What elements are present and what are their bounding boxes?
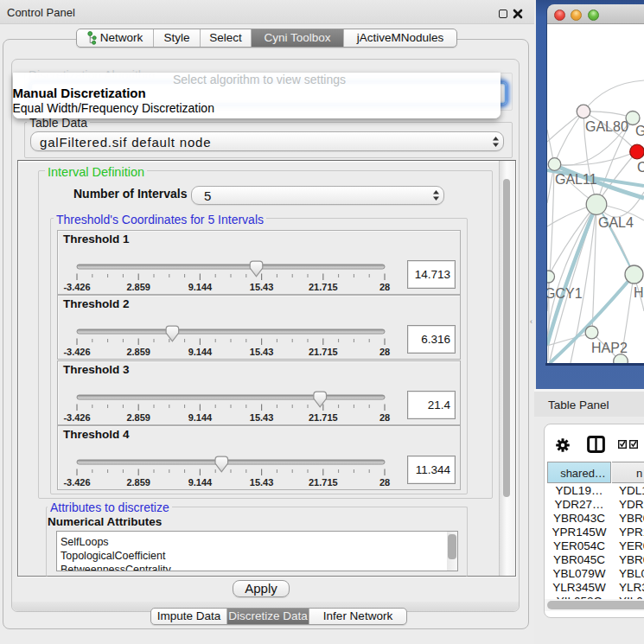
svg-text:GA: GA	[635, 124, 644, 138]
svg-text:HI: HI	[634, 285, 644, 300]
svg-text:GCY1: GCY1	[547, 286, 583, 301]
svg-text:GAL80: GAL80	[585, 119, 628, 134]
svg-text:HAP2: HAP2	[591, 341, 628, 355]
svg-text:C: C	[637, 160, 644, 175]
svg-text:GAL4: GAL4	[598, 215, 634, 230]
svg-text:GAL11: GAL11	[555, 172, 597, 187]
